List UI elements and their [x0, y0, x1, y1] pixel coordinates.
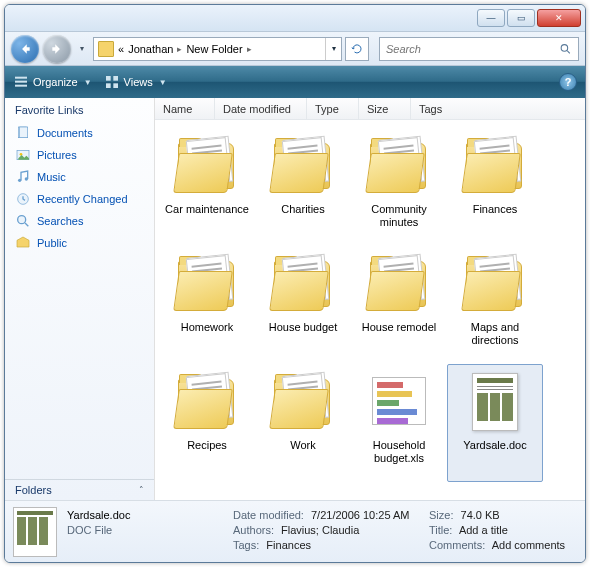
breadcrumb-separator: ▸	[177, 44, 182, 54]
sidebar-item-recently-changed[interactable]: Recently Changed	[5, 188, 154, 210]
details-filetype: DOC File	[67, 524, 112, 536]
item-label: Maps and directions	[451, 321, 539, 347]
forward-button[interactable]	[43, 35, 71, 63]
folder-item[interactable]: Recipes	[159, 364, 255, 482]
folders-label: Folders	[15, 484, 52, 496]
chevron-down-icon: ▼	[159, 78, 167, 87]
folder-item[interactable]: Finances	[447, 128, 543, 246]
search-box[interactable]	[379, 37, 579, 61]
folder-item[interactable]: House budget	[255, 246, 351, 364]
breadcrumb-dropdown[interactable]: ▾	[325, 38, 341, 60]
column-size[interactable]: Size	[359, 98, 411, 119]
back-button[interactable]	[11, 35, 39, 63]
folder-item[interactable]: Homework	[159, 246, 255, 364]
breadcrumb[interactable]: « Jonathan ▸ New Folder ▸ ▾	[93, 37, 342, 61]
item-label: House budget	[269, 321, 338, 334]
nav-history-dropdown[interactable]: ▾	[75, 39, 89, 59]
window-body: Favorite Links DocumentsPicturesMusicRec…	[5, 98, 585, 500]
details-date-label: Date modified:	[233, 509, 308, 521]
titlebar: — ▭ ✕	[5, 5, 585, 32]
folder-icon	[172, 371, 242, 435]
folder-icon	[268, 253, 338, 317]
details-date-value: 7/21/2006 10:25 AM	[311, 509, 409, 521]
folder-item[interactable]: Maps and directions	[447, 246, 543, 364]
sidebar-item-documents[interactable]: Documents	[5, 122, 154, 144]
item-label: Community minutes	[355, 203, 443, 229]
details-authors-value[interactable]: Flavius; Claudia	[281, 524, 359, 536]
details-filename: Yardsale.doc	[67, 509, 130, 521]
folder-icon	[268, 371, 338, 435]
breadcrumb-segment[interactable]: New Folder	[186, 43, 242, 55]
item-label: House remodel	[362, 321, 437, 334]
svg-rect-4	[15, 85, 27, 87]
svg-rect-8	[113, 83, 118, 88]
views-menu[interactable]: Views ▼	[104, 74, 167, 90]
navigation-bar: ▾ « Jonathan ▸ New Folder ▸ ▾	[5, 32, 585, 66]
chevron-down-icon: ▼	[84, 78, 92, 87]
column-headers: Name Date modified Type Size Tags	[155, 98, 585, 120]
file-list-pane: Name Date modified Type Size Tags Car ma…	[155, 98, 585, 500]
maximize-button[interactable]: ▭	[507, 9, 535, 27]
folder-icon	[460, 135, 530, 199]
public-icon	[15, 235, 31, 251]
help-button[interactable]: ?	[559, 73, 577, 91]
svg-line-1	[567, 50, 570, 53]
breadcrumb-chevrons[interactable]: «	[118, 43, 124, 55]
breadcrumb-segment[interactable]: Jonathan	[128, 43, 173, 55]
folder-item[interactable]: Community minutes	[351, 128, 447, 246]
folder-icon	[98, 41, 114, 57]
recent-icon	[15, 191, 31, 207]
chevron-up-icon: ˄	[139, 485, 144, 495]
svg-rect-10	[20, 127, 28, 138]
file-item[interactable]: Yardsale.doc	[447, 364, 543, 482]
folder-item[interactable]: Car maintenance	[159, 128, 255, 246]
folder-icon	[364, 253, 434, 317]
item-label: Work	[290, 439, 315, 452]
item-label: Household budget.xls	[355, 439, 443, 465]
item-label: Charities	[281, 203, 324, 216]
details-authors-label: Authors:	[233, 524, 278, 536]
svg-rect-7	[106, 83, 111, 88]
sidebar-item-pictures[interactable]: Pictures	[5, 144, 154, 166]
sidebar-item-searches[interactable]: Searches	[5, 210, 154, 232]
item-grid[interactable]: Car maintenanceCharitiesCommunity minute…	[155, 120, 585, 500]
folder-item[interactable]: Work	[255, 364, 351, 482]
item-label: Homework	[181, 321, 234, 334]
details-pane: Yardsale.doc Date modified: 7/21/2006 10…	[5, 500, 585, 562]
svg-rect-3	[15, 81, 27, 83]
organize-menu[interactable]: Organize ▼	[13, 74, 92, 90]
command-bar: Organize ▼ Views ▼ ?	[5, 66, 585, 98]
folder-item[interactable]: House remodel	[351, 246, 447, 364]
favorite-links-header: Favorite Links	[5, 98, 154, 120]
svg-point-14	[25, 177, 28, 180]
sidebar-item-public[interactable]: Public	[5, 232, 154, 254]
refresh-button[interactable]	[345, 37, 369, 61]
details-title-label: Title:	[429, 524, 456, 536]
column-date-modified[interactable]: Date modified	[215, 98, 307, 119]
sidebar-item-music[interactable]: Music	[5, 166, 154, 188]
column-tags[interactable]: Tags	[411, 98, 585, 119]
search-icon	[559, 42, 572, 56]
search-input[interactable]	[386, 43, 559, 55]
organize-icon	[13, 74, 29, 90]
folder-item[interactable]: Charities	[255, 128, 351, 246]
folders-tree-header[interactable]: Folders ˄	[5, 479, 154, 500]
folder-icon	[364, 135, 434, 199]
xls-icon	[364, 371, 434, 435]
file-item[interactable]: Household budget.xls	[351, 364, 447, 482]
details-tags-value[interactable]: Finances	[266, 539, 311, 551]
documents-icon	[15, 125, 31, 141]
minimize-button[interactable]: —	[477, 9, 505, 27]
column-name[interactable]: Name	[155, 98, 215, 119]
column-type[interactable]: Type	[307, 98, 359, 119]
details-comments-value[interactable]: Add comments	[492, 539, 565, 551]
folder-icon	[172, 135, 242, 199]
music-icon	[15, 169, 31, 185]
details-size-label: Size:	[429, 509, 457, 521]
details-title-value[interactable]: Add a title	[459, 524, 508, 536]
svg-point-16	[18, 216, 26, 224]
favorite-links-list: DocumentsPicturesMusicRecently ChangedSe…	[5, 120, 154, 479]
sidebar-item-label: Public	[37, 237, 67, 249]
close-button[interactable]: ✕	[537, 9, 581, 27]
svg-rect-6	[113, 76, 118, 81]
